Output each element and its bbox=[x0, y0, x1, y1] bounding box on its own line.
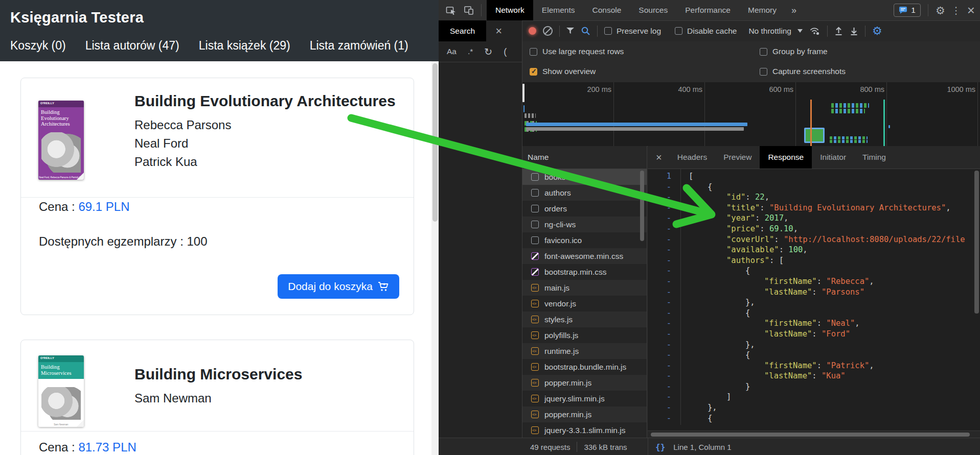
match-case-button[interactable]: Aa bbox=[447, 47, 457, 56]
page-scrollbar-thumb[interactable] bbox=[432, 63, 438, 222]
name-column-header[interactable]: Name bbox=[522, 146, 647, 169]
throttling-dropdown[interactable]: No throttling bbox=[748, 27, 803, 36]
request-name: font-awesome.min.css bbox=[544, 252, 623, 261]
tab-network[interactable]: Network bbox=[487, 0, 533, 20]
tab-elements[interactable]: Elements bbox=[533, 0, 584, 20]
settings-gear-icon[interactable]: ⚙ bbox=[936, 5, 945, 16]
tab-initiator[interactable]: Initiator bbox=[812, 146, 854, 169]
tab-preview[interactable]: Preview bbox=[715, 146, 760, 169]
gutter-marker: - bbox=[648, 329, 676, 340]
request-row[interactable]: jquery-3.3.1.slim.min.js bbox=[522, 422, 647, 438]
group-by-frame-checkbox[interactable]: Group by frame bbox=[760, 47, 828, 56]
request-row[interactable]: bootstrap.min.css bbox=[522, 264, 647, 280]
request-row[interactable]: font-awesome.min.css bbox=[522, 248, 647, 264]
use-large-request-rows-checkbox[interactable]: Use large request rows bbox=[530, 47, 624, 56]
disable-cache-checkbox[interactable]: Disable cache bbox=[675, 27, 737, 36]
request-name: polyfills.js bbox=[544, 331, 578, 340]
tab-console[interactable]: Console bbox=[583, 0, 630, 20]
tab-performance[interactable]: Performance bbox=[676, 0, 739, 20]
checkbox-icon bbox=[760, 48, 767, 56]
add-to-cart-button[interactable]: Dodaj do koszyka bbox=[278, 274, 399, 299]
js-file-icon bbox=[531, 395, 539, 402]
request-row[interactable]: authors bbox=[522, 185, 647, 201]
tick-label: 600 ms bbox=[747, 85, 793, 93]
tab-timing[interactable]: Timing bbox=[854, 146, 894, 169]
code-line: }, bbox=[689, 402, 980, 413]
more-tabs-button[interactable]: » bbox=[785, 5, 803, 16]
record-network-log-button[interactable] bbox=[529, 27, 536, 35]
nav-lista-zamowien[interactable]: Lista zamówień (1) bbox=[310, 39, 408, 53]
network-overview-timeline[interactable]: 200 ms 400 ms 600 ms 800 ms 1000 ms bbox=[522, 82, 980, 147]
request-row[interactable]: jquery.slim.min.js bbox=[522, 391, 647, 406]
long-request-bar-blue bbox=[526, 123, 747, 126]
request-row[interactable]: popper.min.js bbox=[522, 406, 647, 422]
gutter-marker: - bbox=[648, 297, 676, 308]
request-row[interactable]: books bbox=[522, 169, 647, 185]
close-detail-icon[interactable]: × bbox=[648, 152, 669, 163]
request-row[interactable]: polyfills.js bbox=[522, 327, 647, 343]
cover-title: Building Microservices bbox=[38, 362, 84, 379]
gridline bbox=[704, 82, 705, 146]
nav-koszyk[interactable]: Koszyk (0) bbox=[10, 39, 66, 53]
refresh-search-icon[interactable]: ↻ bbox=[484, 46, 492, 58]
option-label: Show overview bbox=[542, 67, 596, 76]
detail-tabbar: × Headers Preview Response Initiator Tim… bbox=[648, 146, 980, 169]
code-line: "lastName": "Kua" bbox=[689, 371, 980, 381]
code-line: }, bbox=[689, 340, 980, 350]
filter-funnel-icon[interactable] bbox=[566, 28, 574, 34]
request-row[interactable]: ng-cli-ws bbox=[522, 217, 647, 232]
device-toolbar-icon[interactable] bbox=[464, 5, 474, 15]
request-row[interactable]: runtime.js bbox=[522, 343, 647, 359]
tab-memory[interactable]: Memory bbox=[739, 0, 785, 20]
close-devtools-icon[interactable]: × bbox=[967, 4, 975, 17]
search-tab[interactable]: Search bbox=[439, 20, 486, 41]
network-toolbar-row: Search × Preserve log Disable cache No t bbox=[439, 20, 980, 42]
tab-headers[interactable]: Headers bbox=[669, 146, 716, 169]
request-row[interactable]: vendor.js bbox=[522, 296, 647, 312]
overview-left-grip[interactable] bbox=[522, 84, 525, 102]
response-body-viewer[interactable]: 1------------------------- [{"id": 22,"t… bbox=[648, 169, 980, 425]
show-overview-checkbox[interactable]: Show overview bbox=[530, 67, 596, 76]
network-settings-gear-icon[interactable]: ⚙ bbox=[872, 26, 882, 37]
checkbox-icon bbox=[604, 27, 612, 35]
request-list-scrollbar-thumb[interactable] bbox=[640, 171, 644, 241]
request-row[interactable]: styles.js bbox=[522, 312, 647, 327]
request-row[interactable]: main.js bbox=[522, 280, 647, 296]
cover-publisher: O'REILLY bbox=[38, 355, 84, 362]
clear-network-log-icon[interactable] bbox=[543, 26, 553, 36]
request-row[interactable]: orders bbox=[522, 201, 647, 217]
nav-lista-autorow[interactable]: Lista autorów (47) bbox=[85, 39, 179, 53]
kebab-menu-icon[interactable]: ⋮ bbox=[951, 6, 961, 15]
search-network-icon[interactable] bbox=[581, 26, 590, 36]
issues-badge[interactable]: 1 bbox=[894, 4, 921, 17]
inspect-element-icon[interactable] bbox=[446, 5, 457, 16]
request-detail-pane: × Headers Preview Response Initiator Tim… bbox=[648, 146, 980, 438]
request-row[interactable]: bootstrap.bundle.min.js bbox=[522, 359, 647, 375]
capture-screenshots-checkbox[interactable]: Capture screenshots bbox=[760, 67, 846, 76]
add-to-cart-label: Dodaj do koszyka bbox=[288, 280, 373, 293]
toolbar-separator bbox=[559, 26, 560, 37]
price-line: Cena : 81.73 PLN bbox=[39, 440, 136, 454]
disable-cache-label: Disable cache bbox=[687, 27, 737, 36]
request-name: bootstrap.bundle.min.js bbox=[544, 363, 626, 372]
response-hscrollbar[interactable] bbox=[648, 430, 980, 438]
response-hscrollbar-thumb[interactable] bbox=[651, 433, 970, 437]
export-har-icon[interactable] bbox=[850, 26, 858, 36]
page-scrollbar[interactable] bbox=[431, 61, 439, 455]
tick-label: 200 ms bbox=[565, 85, 611, 93]
request-list[interactable]: booksauthorsordersng-cli-wsfavicon.icofo… bbox=[522, 169, 647, 438]
domcontentloaded-marker bbox=[810, 100, 812, 146]
pretty-print-button[interactable]: {} bbox=[655, 442, 665, 452]
search-close-icon[interactable]: × bbox=[495, 25, 502, 38]
regex-button[interactable]: .* bbox=[468, 47, 473, 56]
preserve-log-label: Preserve log bbox=[617, 27, 661, 36]
network-conditions-icon[interactable] bbox=[809, 26, 821, 36]
tab-sources[interactable]: Sources bbox=[630, 0, 676, 20]
nav-lista-ksiazek[interactable]: Lista książek (29) bbox=[199, 39, 290, 53]
response-vscrollbar-thumb[interactable] bbox=[974, 171, 979, 314]
request-row[interactable]: favicon.ico bbox=[522, 232, 647, 248]
request-row[interactable]: popper.min.js bbox=[522, 375, 647, 391]
import-har-icon[interactable] bbox=[834, 26, 843, 36]
preserve-log-checkbox[interactable]: Preserve log bbox=[604, 27, 661, 36]
tab-response[interactable]: Response bbox=[760, 146, 812, 169]
